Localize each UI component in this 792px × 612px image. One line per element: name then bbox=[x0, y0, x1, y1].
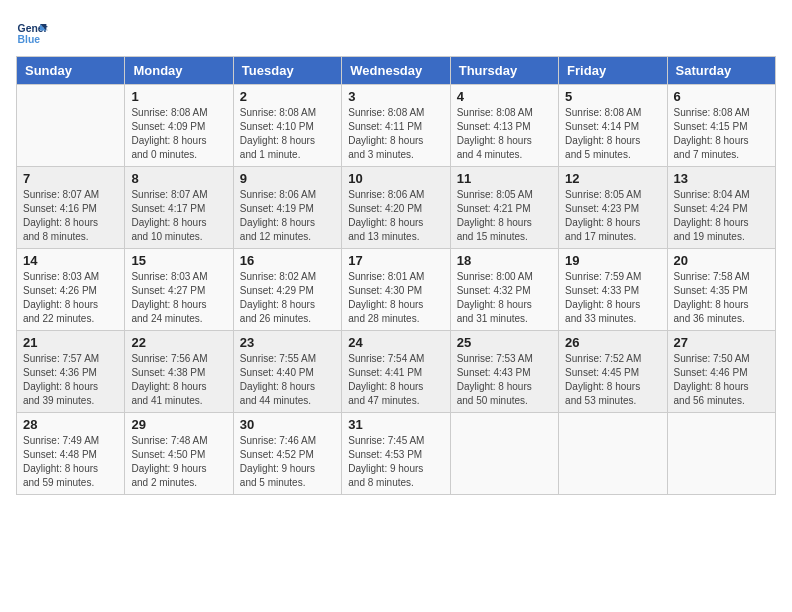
day-number: 15 bbox=[131, 253, 226, 268]
calendar-cell: 9Sunrise: 8:06 AM Sunset: 4:19 PM Daylig… bbox=[233, 167, 341, 249]
calendar-cell: 10Sunrise: 8:06 AM Sunset: 4:20 PM Dayli… bbox=[342, 167, 450, 249]
calendar-cell: 28Sunrise: 7:49 AM Sunset: 4:48 PM Dayli… bbox=[17, 413, 125, 495]
calendar-cell: 20Sunrise: 7:58 AM Sunset: 4:35 PM Dayli… bbox=[667, 249, 775, 331]
calendar-cell: 13Sunrise: 8:04 AM Sunset: 4:24 PM Dayli… bbox=[667, 167, 775, 249]
day-number: 5 bbox=[565, 89, 660, 104]
calendar-cell: 2Sunrise: 8:08 AM Sunset: 4:10 PM Daylig… bbox=[233, 85, 341, 167]
weekday-header-wednesday: Wednesday bbox=[342, 57, 450, 85]
calendar-cell: 24Sunrise: 7:54 AM Sunset: 4:41 PM Dayli… bbox=[342, 331, 450, 413]
calendar-cell: 12Sunrise: 8:05 AM Sunset: 4:23 PM Dayli… bbox=[559, 167, 667, 249]
calendar-cell: 5Sunrise: 8:08 AM Sunset: 4:14 PM Daylig… bbox=[559, 85, 667, 167]
weekday-header-tuesday: Tuesday bbox=[233, 57, 341, 85]
calendar-cell: 7Sunrise: 8:07 AM Sunset: 4:16 PM Daylig… bbox=[17, 167, 125, 249]
calendar-cell: 22Sunrise: 7:56 AM Sunset: 4:38 PM Dayli… bbox=[125, 331, 233, 413]
day-number: 13 bbox=[674, 171, 769, 186]
day-info: Sunrise: 7:49 AM Sunset: 4:48 PM Dayligh… bbox=[23, 434, 118, 490]
day-info: Sunrise: 7:45 AM Sunset: 4:53 PM Dayligh… bbox=[348, 434, 443, 490]
calendar-cell: 1Sunrise: 8:08 AM Sunset: 4:09 PM Daylig… bbox=[125, 85, 233, 167]
day-number: 31 bbox=[348, 417, 443, 432]
calendar-cell: 17Sunrise: 8:01 AM Sunset: 4:30 PM Dayli… bbox=[342, 249, 450, 331]
day-number: 19 bbox=[565, 253, 660, 268]
weekday-header-saturday: Saturday bbox=[667, 57, 775, 85]
day-info: Sunrise: 8:05 AM Sunset: 4:21 PM Dayligh… bbox=[457, 188, 552, 244]
day-info: Sunrise: 8:03 AM Sunset: 4:26 PM Dayligh… bbox=[23, 270, 118, 326]
day-number: 28 bbox=[23, 417, 118, 432]
day-info: Sunrise: 7:56 AM Sunset: 4:38 PM Dayligh… bbox=[131, 352, 226, 408]
day-number: 27 bbox=[674, 335, 769, 350]
day-info: Sunrise: 8:03 AM Sunset: 4:27 PM Dayligh… bbox=[131, 270, 226, 326]
day-info: Sunrise: 8:07 AM Sunset: 4:17 PM Dayligh… bbox=[131, 188, 226, 244]
calendar-cell: 23Sunrise: 7:55 AM Sunset: 4:40 PM Dayli… bbox=[233, 331, 341, 413]
calendar-week-row: 7Sunrise: 8:07 AM Sunset: 4:16 PM Daylig… bbox=[17, 167, 776, 249]
calendar-cell: 14Sunrise: 8:03 AM Sunset: 4:26 PM Dayli… bbox=[17, 249, 125, 331]
day-info: Sunrise: 8:08 AM Sunset: 4:14 PM Dayligh… bbox=[565, 106, 660, 162]
day-number: 12 bbox=[565, 171, 660, 186]
day-info: Sunrise: 8:08 AM Sunset: 4:15 PM Dayligh… bbox=[674, 106, 769, 162]
day-number: 24 bbox=[348, 335, 443, 350]
day-info: Sunrise: 8:08 AM Sunset: 4:11 PM Dayligh… bbox=[348, 106, 443, 162]
day-info: Sunrise: 7:52 AM Sunset: 4:45 PM Dayligh… bbox=[565, 352, 660, 408]
day-number: 4 bbox=[457, 89, 552, 104]
day-info: Sunrise: 8:07 AM Sunset: 4:16 PM Dayligh… bbox=[23, 188, 118, 244]
day-info: Sunrise: 7:58 AM Sunset: 4:35 PM Dayligh… bbox=[674, 270, 769, 326]
day-info: Sunrise: 8:04 AM Sunset: 4:24 PM Dayligh… bbox=[674, 188, 769, 244]
day-info: Sunrise: 8:08 AM Sunset: 4:09 PM Dayligh… bbox=[131, 106, 226, 162]
day-number: 6 bbox=[674, 89, 769, 104]
day-number: 23 bbox=[240, 335, 335, 350]
page-header: General Blue bbox=[16, 16, 776, 48]
day-number: 18 bbox=[457, 253, 552, 268]
calendar-week-row: 1Sunrise: 8:08 AM Sunset: 4:09 PM Daylig… bbox=[17, 85, 776, 167]
calendar-cell: 31Sunrise: 7:45 AM Sunset: 4:53 PM Dayli… bbox=[342, 413, 450, 495]
calendar-week-row: 14Sunrise: 8:03 AM Sunset: 4:26 PM Dayli… bbox=[17, 249, 776, 331]
day-info: Sunrise: 7:53 AM Sunset: 4:43 PM Dayligh… bbox=[457, 352, 552, 408]
day-info: Sunrise: 7:59 AM Sunset: 4:33 PM Dayligh… bbox=[565, 270, 660, 326]
day-info: Sunrise: 8:06 AM Sunset: 4:19 PM Dayligh… bbox=[240, 188, 335, 244]
day-info: Sunrise: 8:05 AM Sunset: 4:23 PM Dayligh… bbox=[565, 188, 660, 244]
day-info: Sunrise: 7:55 AM Sunset: 4:40 PM Dayligh… bbox=[240, 352, 335, 408]
day-number: 10 bbox=[348, 171, 443, 186]
day-info: Sunrise: 8:08 AM Sunset: 4:10 PM Dayligh… bbox=[240, 106, 335, 162]
day-number: 20 bbox=[674, 253, 769, 268]
calendar-cell: 30Sunrise: 7:46 AM Sunset: 4:52 PM Dayli… bbox=[233, 413, 341, 495]
day-info: Sunrise: 7:50 AM Sunset: 4:46 PM Dayligh… bbox=[674, 352, 769, 408]
day-number: 2 bbox=[240, 89, 335, 104]
day-number: 26 bbox=[565, 335, 660, 350]
day-info: Sunrise: 7:54 AM Sunset: 4:41 PM Dayligh… bbox=[348, 352, 443, 408]
day-info: Sunrise: 8:00 AM Sunset: 4:32 PM Dayligh… bbox=[457, 270, 552, 326]
calendar-week-row: 28Sunrise: 7:49 AM Sunset: 4:48 PM Dayli… bbox=[17, 413, 776, 495]
day-number: 29 bbox=[131, 417, 226, 432]
calendar-cell: 4Sunrise: 8:08 AM Sunset: 4:13 PM Daylig… bbox=[450, 85, 558, 167]
weekday-header-row: SundayMondayTuesdayWednesdayThursdayFrid… bbox=[17, 57, 776, 85]
calendar-week-row: 21Sunrise: 7:57 AM Sunset: 4:36 PM Dayli… bbox=[17, 331, 776, 413]
day-number: 3 bbox=[348, 89, 443, 104]
calendar-cell: 21Sunrise: 7:57 AM Sunset: 4:36 PM Dayli… bbox=[17, 331, 125, 413]
day-number: 21 bbox=[23, 335, 118, 350]
day-number: 1 bbox=[131, 89, 226, 104]
calendar-cell: 8Sunrise: 8:07 AM Sunset: 4:17 PM Daylig… bbox=[125, 167, 233, 249]
weekday-header-friday: Friday bbox=[559, 57, 667, 85]
day-number: 17 bbox=[348, 253, 443, 268]
calendar-cell: 11Sunrise: 8:05 AM Sunset: 4:21 PM Dayli… bbox=[450, 167, 558, 249]
weekday-header-monday: Monday bbox=[125, 57, 233, 85]
calendar-cell: 16Sunrise: 8:02 AM Sunset: 4:29 PM Dayli… bbox=[233, 249, 341, 331]
day-number: 22 bbox=[131, 335, 226, 350]
day-info: Sunrise: 8:08 AM Sunset: 4:13 PM Dayligh… bbox=[457, 106, 552, 162]
calendar-cell: 18Sunrise: 8:00 AM Sunset: 4:32 PM Dayli… bbox=[450, 249, 558, 331]
calendar-table: SundayMondayTuesdayWednesdayThursdayFrid… bbox=[16, 56, 776, 495]
calendar-cell: 19Sunrise: 7:59 AM Sunset: 4:33 PM Dayli… bbox=[559, 249, 667, 331]
logo: General Blue bbox=[16, 16, 52, 48]
calendar-cell bbox=[450, 413, 558, 495]
day-number: 11 bbox=[457, 171, 552, 186]
calendar-cell: 6Sunrise: 8:08 AM Sunset: 4:15 PM Daylig… bbox=[667, 85, 775, 167]
calendar-cell: 25Sunrise: 7:53 AM Sunset: 4:43 PM Dayli… bbox=[450, 331, 558, 413]
weekday-header-thursday: Thursday bbox=[450, 57, 558, 85]
day-number: 9 bbox=[240, 171, 335, 186]
svg-text:Blue: Blue bbox=[18, 34, 41, 45]
calendar-cell: 15Sunrise: 8:03 AM Sunset: 4:27 PM Dayli… bbox=[125, 249, 233, 331]
day-number: 7 bbox=[23, 171, 118, 186]
calendar-cell bbox=[17, 85, 125, 167]
calendar-cell bbox=[559, 413, 667, 495]
calendar-cell: 3Sunrise: 8:08 AM Sunset: 4:11 PM Daylig… bbox=[342, 85, 450, 167]
day-number: 14 bbox=[23, 253, 118, 268]
calendar-cell: 29Sunrise: 7:48 AM Sunset: 4:50 PM Dayli… bbox=[125, 413, 233, 495]
